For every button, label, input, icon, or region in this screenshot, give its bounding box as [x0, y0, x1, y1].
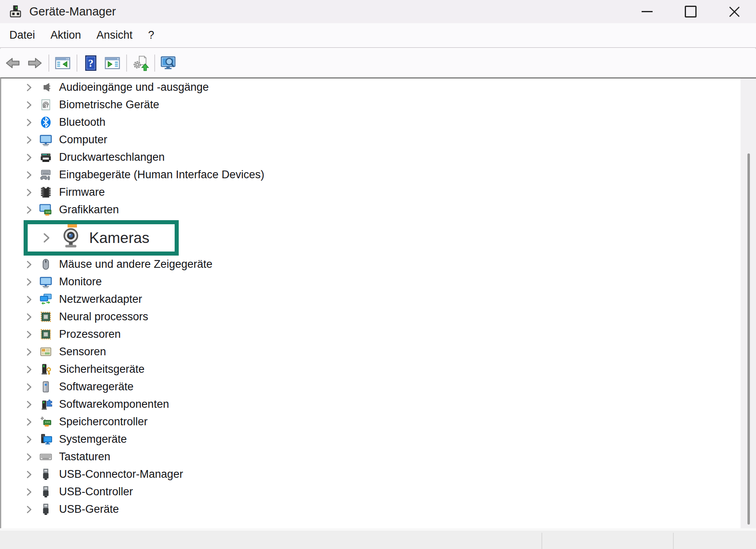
tree-item-label: Tastaturen [59, 451, 110, 463]
chip-icon [39, 186, 53, 199]
tree-item-usb-connector-manager[interactable]: USB-Connector-Manager [1, 466, 756, 483]
chevron-right-icon[interactable] [24, 135, 34, 145]
obscured-icon-fragment [68, 224, 77, 227]
menu-ansicht[interactable]: Ansicht [89, 29, 140, 42]
tree-item-firmware[interactable]: Firmware [1, 184, 756, 201]
device-manager-window: Geräte-Manager DateiAktionAnsicht? ? Aud… [0, 0, 756, 549]
tree-item-sicherheitsger-te[interactable]: Sicherheitsgeräte [1, 361, 756, 378]
processor-icon [39, 310, 53, 324]
tree-item-druckwarteschlangen[interactable]: Druckwarteschlangen [1, 149, 756, 166]
chevron-right-icon[interactable] [24, 347, 34, 357]
menu-help[interactable]: ? [140, 29, 162, 42]
chevron-right-icon[interactable] [24, 330, 34, 339]
tree-item-label: Softwarekomponenten [59, 398, 169, 411]
forward-button[interactable] [25, 53, 44, 73]
tree-item-label: Eingabegeräte (Human Interface Devices) [59, 168, 264, 181]
tree-item-usb-ger-te[interactable]: USB-Geräte [1, 501, 756, 518]
tree-item-usb-controller[interactable]: USB-Controller [1, 483, 756, 501]
tree-item-label: USB-Controller [59, 486, 133, 498]
tree-item-tastaturen[interactable]: Tastaturen [1, 448, 756, 466]
chevron-right-icon[interactable] [24, 170, 34, 180]
tree-item-label: Speichercontroller [59, 416, 148, 428]
tree-item-softwareger-te[interactable]: Softwaregeräte [1, 378, 756, 396]
tree-item-label: Systemgeräte [59, 433, 127, 446]
menubar: DateiAktionAnsicht? [0, 23, 756, 48]
device-manager-icon [8, 4, 23, 19]
mouse-icon [39, 258, 53, 271]
chevron-right-icon[interactable] [24, 118, 34, 127]
tree-item-audioeing-nge-und-ausg-nge[interactable]: Audioeingänge und -ausgänge [1, 79, 756, 96]
tree-item-systemger-te[interactable]: Systemgeräte [1, 431, 756, 448]
tree-item-computer[interactable]: Computer [1, 131, 756, 149]
action-pane-icon [104, 55, 121, 72]
tree-item-prozessoren[interactable]: Prozessoren [1, 326, 756, 343]
chevron-right-icon[interactable] [24, 417, 34, 427]
close-icon [729, 6, 740, 17]
tree-item-sensoren[interactable]: Sensoren [1, 343, 756, 361]
chevron-right-icon[interactable] [24, 365, 34, 374]
monitor-icon [39, 275, 53, 289]
toolbar-separator [77, 55, 77, 72]
tree-item-m-use-und-andere-zeigeger-te[interactable]: Mäuse und andere Zeigegeräte [1, 256, 756, 273]
tree-item-label: Sicherheitsgeräte [59, 363, 145, 376]
chevron-right-icon[interactable] [40, 232, 53, 244]
tree-item-speichercontroller[interactable]: Speichercontroller [1, 413, 756, 431]
network-icon [39, 293, 53, 306]
chevron-right-icon[interactable] [24, 470, 34, 479]
chevron-right-icon[interactable] [24, 487, 34, 497]
tree-item-label: USB-Geräte [59, 503, 119, 516]
maximize-button[interactable] [669, 0, 712, 23]
chevron-right-icon[interactable] [24, 188, 34, 197]
window-title: Geräte-Manager [29, 5, 116, 18]
chevron-right-icon[interactable] [24, 400, 34, 409]
security-icon [39, 363, 53, 376]
tree-item-label: Grafikkarten [59, 203, 119, 216]
tree-item-bluetooth[interactable]: Bluetooth [1, 114, 756, 131]
toolbar-separator [126, 55, 127, 72]
show-action-pane-button[interactable] [103, 53, 122, 73]
tree-item-biometrische-ger-te[interactable]: Biometrische Geräte [1, 96, 756, 114]
chevron-right-icon[interactable] [24, 260, 34, 269]
magnified-row-block: Kameras [1, 220, 756, 256]
close-button[interactable] [712, 0, 756, 23]
fingerprint-icon [39, 98, 53, 112]
tree-item-netzwerkadapter[interactable]: Netzwerkadapter [1, 291, 756, 308]
chevron-right-icon[interactable] [24, 83, 34, 92]
menu-datei[interactable]: Datei [2, 29, 43, 42]
speaker-icon [39, 81, 53, 94]
titlebar: Geräte-Manager [0, 0, 756, 23]
system-icon [39, 433, 53, 446]
chevron-right-icon[interactable] [24, 505, 34, 514]
chevron-right-icon[interactable] [24, 205, 34, 215]
tree-item-label: Kameras [89, 230, 149, 247]
tree-item-label: Sensoren [59, 346, 106, 358]
help-button[interactable]: ? [81, 53, 101, 73]
tree-item-eingabeger-te-human-interface-devices[interactable]: Eingabegeräte (Human Interface Devices) [1, 166, 756, 184]
menu-aktion[interactable]: Aktion [43, 29, 89, 42]
chevron-right-icon[interactable] [24, 312, 34, 322]
tree-item-grafikkarten[interactable]: Grafikkarten [1, 201, 756, 219]
tree-item-neural-processors[interactable]: Neural processors [1, 308, 756, 326]
tree-item-softwarekomponenten[interactable]: Softwarekomponenten [1, 396, 756, 413]
webcam-icon [59, 227, 82, 249]
tree-item-monitore[interactable]: Monitore [1, 273, 756, 291]
tree-item-kameras-highlighted[interactable]: Kameras [24, 220, 179, 256]
chevron-right-icon[interactable] [24, 277, 34, 287]
vertical-scrollbar-thumb[interactable] [747, 153, 750, 525]
scan-hardware-changes-button[interactable] [159, 53, 178, 73]
toolbar: ? [0, 49, 756, 77]
chevron-right-icon[interactable] [24, 382, 34, 392]
show-console-tree-button[interactable] [53, 53, 72, 73]
tree-item-label: Biometrische Geräte [59, 98, 159, 111]
hid-icon [39, 168, 53, 182]
minimize-button[interactable] [625, 0, 669, 23]
chevron-right-icon[interactable] [24, 295, 34, 304]
chevron-right-icon[interactable] [24, 153, 34, 162]
chevron-right-icon[interactable] [24, 435, 34, 444]
software-component-icon [39, 398, 53, 411]
chevron-right-icon[interactable] [24, 452, 34, 462]
update-driver-button[interactable] [131, 53, 150, 73]
update-driver-icon [132, 55, 149, 72]
back-button[interactable] [3, 53, 23, 73]
chevron-right-icon[interactable] [24, 100, 34, 110]
